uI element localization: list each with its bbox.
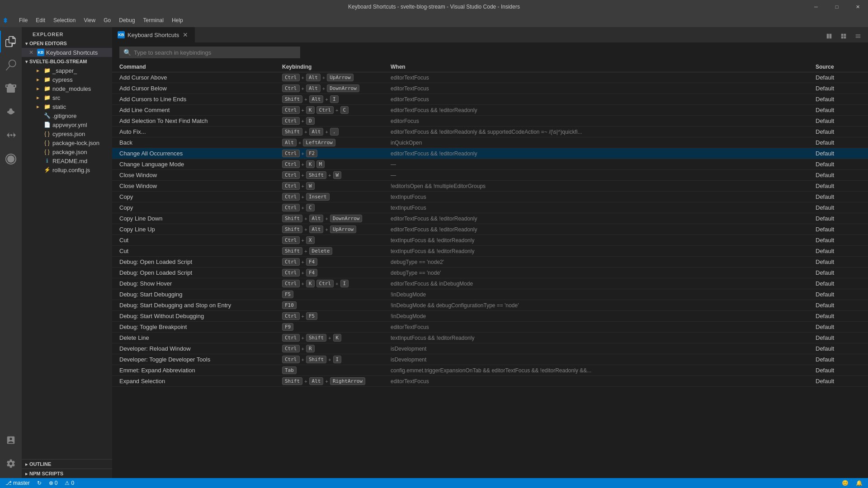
open-editor-keyboard-shortcuts[interactable]: ✕ KB Keyboard Shortcuts [22,48,112,57]
minimize-button[interactable]: ─ [806,0,826,14]
table-row[interactable]: Emmet: Expand AbbreviationTabconfig.emme… [112,365,868,376]
menu-terminal[interactable]: Terminal [140,15,167,25]
file-cypress-json[interactable]: { } cypress.json [22,129,112,138]
file-rollup[interactable]: ⚡ rollup.config.js [22,165,112,174]
table-row[interactable]: Close WindowCtrl+Shift+W—Default [112,170,868,181]
table-row[interactable]: Copy Line DownShift+Alt+DownArroweditorT… [112,213,868,224]
file-src[interactable]: ▸ 📁 src [22,93,112,102]
folder-color-icon: 📁 [43,103,51,110]
table-row[interactable]: Add Cursor BelowCtrl+Alt+DownArroweditor… [112,83,868,94]
editor-content: 🔍 Command Keybinding When Source Add Cur… [112,43,868,478]
cell-command: Add Cursor Below [119,85,282,92]
menu-debug[interactable]: Debug [115,15,138,25]
cell-when: editorFocus [391,118,816,124]
table-row[interactable]: Add Line CommentCtrl+KCtrl+CeditorTextFo… [112,105,868,116]
table-row[interactable]: Add Selection To Next Find MatchCtrl+Ded… [112,116,868,127]
keyboard-shortcuts-icon: KB [37,49,44,56]
status-errors[interactable]: ⊗ 0 [47,480,60,486]
app-logo [4,17,11,24]
table-row[interactable]: Copy Line UpShift+Alt+UpArroweditorTextF… [112,224,868,235]
table-row[interactable]: Developer: Reload WindowCtrl+RisDevelopm… [112,343,868,354]
activity-remote[interactable] [0,148,22,170]
editor-layout-button[interactable] [837,30,850,42]
table-row[interactable]: Developer: Toggle Developer ToolsCtrl+Sh… [112,354,868,365]
kbd-key: UpArrow [327,74,353,81]
table-row[interactable]: Auto Fix...Shift+Alt+.editorTextFocus &&… [112,127,868,137]
file-cypress[interactable]: ▸ 📁 cypress [22,75,112,84]
search-wrapper[interactable]: 🔍 [119,47,300,58]
table-row[interactable]: BackAlt+LeftArrowinQuickOpenDefault [112,137,868,148]
cell-command: Copy [119,193,282,200]
status-branch[interactable]: ⎇ master [4,480,32,486]
table-row[interactable]: Debug: Open Loaded ScriptCtrl+F4debugTyp… [112,267,868,278]
kbd-key: Ctrl [282,171,300,179]
tab-close-icon[interactable]: ✕ [182,31,189,38]
kbd-key: Alt [306,74,321,81]
table-row[interactable]: CopyCtrl+CtextInputFocusDefault [112,202,868,213]
cell-command: Copy Line Up [119,226,282,233]
cell-source: Default [816,248,861,254]
status-sync[interactable]: ↻ [35,480,43,486]
table-row[interactable]: Close WindowCtrl+W!editorIsOpen && !mult… [112,181,868,192]
activity-explorer[interactable] [0,31,22,52]
close-button[interactable]: ✕ [847,0,868,14]
status-smiley[interactable]: 😊 [840,480,850,486]
table-row[interactable]: Debug: Toggle BreakpointF9editorTextFocu… [112,322,868,333]
status-notifications[interactable]: 🔔 [854,480,864,486]
activity-search[interactable] [0,54,22,76]
more-actions-button[interactable] [852,30,864,42]
table-row[interactable]: Expand SelectionShift+Alt+RightArrowedit… [112,376,868,387]
open-editors-section[interactable]: ▾ OPEN EDITORS [22,39,112,48]
kbd-key: Shift [282,247,302,255]
menu-file[interactable]: File [15,15,31,25]
kbd-separator: + [325,379,328,384]
menu-edit[interactable]: Edit [32,15,49,25]
project-section[interactable]: ▾ SVELTE-BLOG-STREAM [22,57,112,66]
menu-go[interactable]: Go [100,15,114,25]
cell-command: Debug: Start Debugging and Stop on Entry [119,302,282,309]
activity-source-control[interactable] [0,78,22,99]
status-warnings[interactable]: ⚠ 0 [63,480,76,486]
table-row[interactable]: CopyCtrl+InserttextInputFocusDefault [112,192,868,202]
file-sapper[interactable]: ▸ 📁 _sapper_ [22,66,112,75]
kbd-key: F5 [282,291,293,298]
table-row[interactable]: Delete LineCtrl+Shift+KtextInputFocus &&… [112,333,868,343]
cell-keybinding: Shift+Alt+I [282,95,391,103]
table-row[interactable]: Debug: Start Without DebuggingCtrl+F5!in… [112,311,868,322]
tab-keyboard-shortcuts[interactable]: KB Keyboard Shortcuts ✕ [112,27,195,42]
split-editor-button[interactable] [823,30,835,42]
table-row[interactable]: CutShift+DeletetextInputFocus && !editor… [112,246,868,257]
activity-accounts[interactable] [0,429,22,451]
npm-scripts-section[interactable]: ▸ NPM SCRIPTS [22,469,112,478]
menu-help[interactable]: Help [168,15,187,25]
file-readme[interactable]: ℹ README.md [22,156,112,165]
file-package-lock[interactable]: { } package-lock.json [22,138,112,147]
table-row[interactable]: Add Cursor AboveCtrl+Alt+UpArroweditorTe… [112,72,868,83]
activity-settings[interactable] [0,453,22,474]
maximize-button[interactable]: □ [826,0,847,14]
kbd-separator: + [328,173,331,178]
cell-source: Default [816,378,861,385]
search-input[interactable] [134,49,296,56]
file-node-modules[interactable]: ▸ 📁 node_modules [22,84,112,93]
table-row[interactable]: Debug: Open Loaded ScriptCtrl+F4debugTyp… [112,257,868,267]
table-row[interactable]: CutCtrl+XtextInputFocus && !editorReadon… [112,235,868,246]
file-package-json[interactable]: { } package.json [22,147,112,156]
cell-command: Debug: Start Without Debugging [119,313,282,319]
menu-view[interactable]: View [80,15,99,25]
table-row[interactable]: Change All OccurrencesCtrl+F2editorTextF… [112,148,868,159]
table-row[interactable]: Add Cursors to Line EndsShift+Alt+Iedito… [112,94,868,105]
activity-extensions[interactable] [0,125,22,146]
outline-section[interactable]: ▸ OUTLINE [22,460,112,469]
close-file-icon[interactable]: ✕ [29,49,33,56]
activity-debug[interactable] [0,101,22,123]
file-appveyor[interactable]: 📄 appveyor.yml [22,120,112,129]
menu-selection[interactable]: Selection [50,15,79,25]
table-row[interactable]: Debug: Start Debugging and Stop on Entry… [112,300,868,311]
table-row[interactable]: Debug: Start DebuggingF5!inDebugModeDefa… [112,289,868,300]
keybindings-table[interactable]: Command Keybinding When Source Add Curso… [112,62,868,478]
table-row[interactable]: Debug: Show HoverCtrl+KCtrl+IeditorTextF… [112,278,868,289]
file-static[interactable]: ▸ 📁 static [22,102,112,111]
file-gitignore[interactable]: 🔧 .gitignore [22,111,112,120]
table-row[interactable]: Change Language ModeCtrl+KM—Default [112,159,868,170]
